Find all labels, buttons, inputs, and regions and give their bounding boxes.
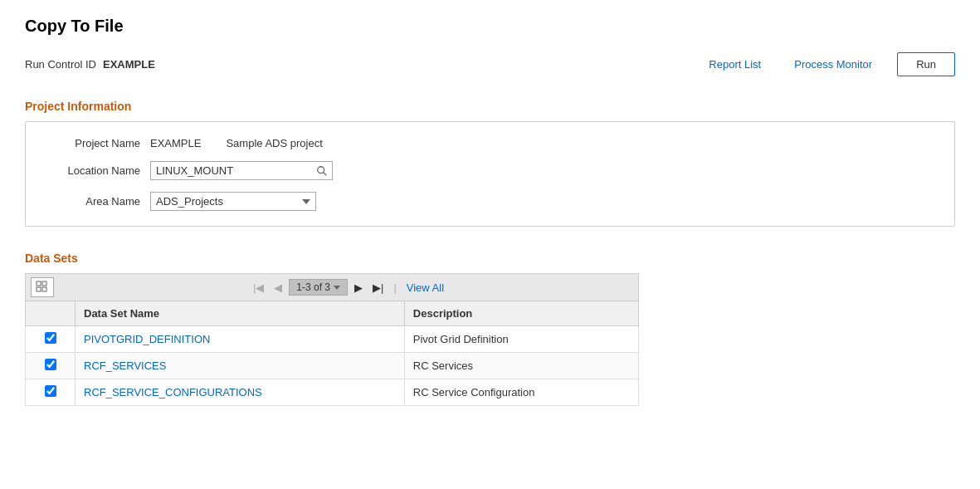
location-input-wrap [150, 161, 333, 180]
run-control-label: Run Control ID [25, 58, 96, 71]
page-title: Copy To File [25, 17, 955, 36]
svg-point-0 [318, 166, 324, 173]
table-head: Data Set Name Description [26, 301, 639, 326]
pagination-text: 1-3 of 3 [296, 281, 330, 293]
location-name-input[interactable] [151, 162, 312, 179]
dataset-name-cell: RCF_SERVICE_CONFIGURATIONS [76, 379, 405, 406]
col-header-name: Data Set Name [76, 301, 405, 326]
last-page-button[interactable]: ▶| [369, 280, 387, 296]
grid-icon [36, 281, 49, 294]
svg-rect-5 [42, 287, 46, 291]
table-row: PIVOTGRID_DEFINITIONPivot Grid Definitio… [26, 326, 639, 353]
svg-rect-3 [42, 281, 46, 286]
pagination: |◀ ◀ 1-3 of 3 ▶ ▶| | View All [61, 279, 633, 296]
next-page-button[interactable]: ▶ [351, 280, 366, 296]
dataset-name-cell: RCF_SERVICES [76, 353, 405, 379]
project-info-box: Project Name EXAMPLE Sample ADS project … [25, 121, 955, 227]
location-name-row: Location Name [42, 161, 938, 180]
datasets-section: Data Sets |◀ ◀ 1-3 of 3 ▶ ▶| | [25, 252, 955, 406]
process-monitor-link[interactable]: Process Monitor [794, 58, 872, 71]
select-cell [26, 326, 76, 353]
project-name-row: Project Name EXAMPLE Sample ADS project [42, 137, 938, 149]
dataset-name-link[interactable]: RCF_SERVICE_CONFIGURATIONS [84, 386, 262, 399]
pagination-display: 1-3 of 3 [289, 279, 348, 296]
dataset-name-link[interactable]: RCF_SERVICES [84, 359, 166, 372]
datasets-table: Data Set Name Description PIVOTGRID_DEFI… [25, 301, 639, 406]
run-button[interactable]: Run [897, 52, 955, 76]
project-description: Sample ADS project [226, 137, 322, 149]
pagination-separator: | [393, 281, 396, 294]
project-info-title: Project Information [25, 100, 955, 113]
area-name-row: Area Name ADS_Projects [42, 192, 938, 211]
top-bar-links: Report List Process Monitor [709, 58, 872, 71]
dataset-description-cell: Pivot Grid Definition [404, 326, 638, 353]
report-list-link[interactable]: Report List [709, 58, 761, 71]
table-wrap: |◀ ◀ 1-3 of 3 ▶ ▶| | View All Data Set N… [25, 273, 639, 406]
svg-rect-2 [37, 281, 41, 286]
location-name-label: Location Name [42, 164, 150, 177]
area-name-select[interactable]: ADS_Projects [150, 192, 316, 211]
svg-line-1 [324, 172, 327, 175]
dataset-description-cell: RC Service Configuration [404, 379, 638, 406]
location-search-button[interactable] [312, 163, 332, 179]
project-name-label: Project Name [42, 137, 150, 149]
select-cell [26, 353, 76, 379]
table-header-row: Data Set Name Description [26, 301, 639, 326]
dataset-name-link[interactable]: PIVOTGRID_DEFINITION [84, 333, 210, 345]
col-header-description: Description [404, 301, 638, 326]
table-body: PIVOTGRID_DEFINITIONPivot Grid Definitio… [26, 326, 639, 406]
table-row: RCF_SERVICE_CONFIGURATIONSRC Service Con… [26, 379, 639, 406]
svg-rect-4 [37, 287, 41, 291]
run-control-value: EXAMPLE [103, 58, 155, 71]
table-row: RCF_SERVICESRC Services [26, 353, 639, 379]
datasets-title: Data Sets [25, 252, 955, 265]
row-checkbox[interactable] [45, 359, 56, 370]
top-bar: Run Control ID EXAMPLE Report List Proce… [25, 52, 955, 76]
dataset-name-cell: PIVOTGRID_DEFINITION [76, 326, 405, 353]
search-icon [316, 165, 328, 177]
view-all-link[interactable]: View All [407, 281, 444, 294]
first-page-button[interactable]: |◀ [250, 280, 267, 296]
dataset-description-cell: RC Services [404, 353, 638, 379]
table-toolbar: |◀ ◀ 1-3 of 3 ▶ ▶| | View All [25, 273, 639, 301]
col-header-select [26, 301, 76, 326]
project-name-value: EXAMPLE [150, 137, 201, 149]
row-checkbox[interactable] [45, 385, 56, 397]
area-name-label: Area Name [42, 195, 150, 208]
pagination-dropdown-icon [334, 286, 340, 290]
prev-page-button[interactable]: ◀ [271, 280, 285, 296]
select-cell [26, 379, 76, 406]
project-section: Project Information Project Name EXAMPLE… [25, 100, 955, 227]
row-checkbox[interactable] [45, 332, 56, 344]
grid-settings-button[interactable] [31, 277, 54, 297]
